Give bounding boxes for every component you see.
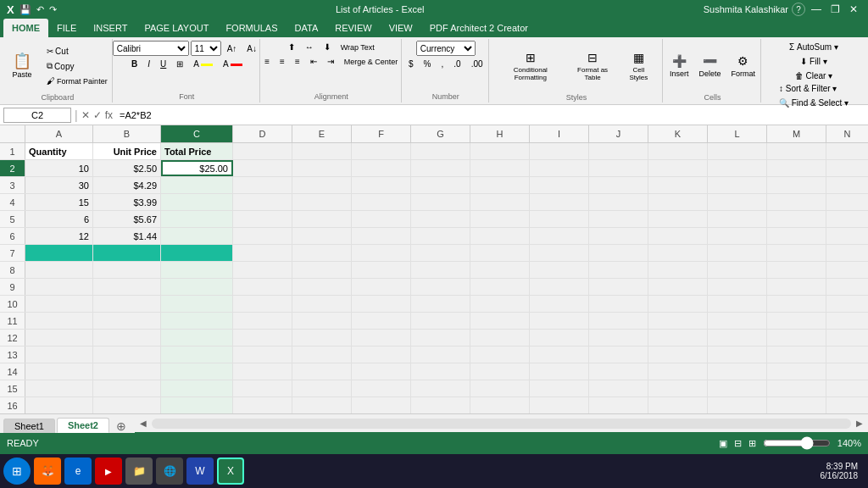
cell-f5[interactable]: [352, 211, 411, 227]
col-header-m[interactable]: M: [767, 125, 826, 142]
cell-i4[interactable]: [530, 194, 589, 210]
cell-l1[interactable]: [708, 143, 767, 159]
percent-button[interactable]: %: [420, 58, 436, 70]
row-num-15[interactable]: 15: [0, 380, 25, 396]
cell-j5[interactable]: [589, 211, 648, 227]
cell-j7[interactable]: [589, 245, 648, 261]
border-button[interactable]: ⊞: [172, 58, 187, 70]
autosum-button[interactable]: Σ AutoSum ▾: [785, 41, 843, 53]
view-page-break-icon[interactable]: ⊞: [748, 438, 756, 449]
align-center-button[interactable]: ≡: [275, 55, 289, 68]
sort-filter-button[interactable]: ↕ Sort & Filter ▾: [775, 82, 853, 95]
col-header-b[interactable]: B: [93, 125, 161, 142]
tab-data[interactable]: DATA: [287, 19, 327, 37]
cell-k2[interactable]: [648, 160, 708, 176]
font-size-select[interactable]: 11: [191, 41, 221, 56]
horizontal-scrollbar[interactable]: [152, 419, 851, 429]
cell-k6[interactable]: [648, 228, 708, 244]
formula-input[interactable]: [116, 110, 865, 120]
row-num-2[interactable]: 2: [0, 160, 25, 176]
cell-m7[interactable]: [767, 245, 826, 261]
cell-e2[interactable]: [292, 160, 352, 176]
tab-formulas[interactable]: FORMULAS: [217, 19, 286, 37]
taskbar-app5[interactable]: 🌐: [156, 458, 183, 485]
cell-c3[interactable]: [161, 177, 233, 193]
row-num-6[interactable]: 6: [0, 228, 25, 244]
cell-m1[interactable]: [767, 143, 826, 159]
cell-l6[interactable]: [708, 228, 767, 244]
close-button[interactable]: ✕: [846, 2, 861, 17]
cell-m6[interactable]: [767, 228, 826, 244]
cell-n5[interactable]: [826, 211, 868, 227]
cell-a5[interactable]: 6: [25, 211, 93, 227]
comma-button[interactable]: ,: [437, 58, 448, 70]
cell-n2[interactable]: [826, 160, 868, 176]
format-button[interactable]: ⚙ Format: [727, 41, 760, 92]
cell-a4[interactable]: 15: [25, 194, 93, 210]
cell-d3[interactable]: [233, 177, 292, 193]
cell-i5[interactable]: [530, 211, 589, 227]
cell-f6[interactable]: [352, 228, 411, 244]
tab-insert[interactable]: INSERT: [85, 19, 136, 37]
decrease-indent-button[interactable]: ⇤: [306, 55, 321, 68]
cell-c6[interactable]: [161, 228, 233, 244]
cell-m5[interactable]: [767, 211, 826, 227]
zoom-slider[interactable]: [763, 436, 831, 450]
fill-button[interactable]: ⬇ Fill ▾: [796, 55, 831, 68]
cell-n3[interactable]: [826, 177, 868, 193]
format-painter-button[interactable]: 🖌 Format Painter: [42, 75, 112, 87]
font-color-button[interactable]: A: [219, 58, 247, 70]
cell-h5[interactable]: [470, 211, 530, 227]
conditional-formatting-button[interactable]: ⊞ Conditional Formatting: [496, 41, 565, 92]
cell-d6[interactable]: [233, 228, 292, 244]
row-num-16[interactable]: 16: [0, 397, 25, 413]
increase-font-button[interactable]: A↑: [223, 42, 242, 55]
cell-d2[interactable]: [233, 160, 292, 176]
cell-f3[interactable]: [352, 177, 411, 193]
cell-j4[interactable]: [589, 194, 648, 210]
cell-d5[interactable]: [233, 211, 292, 227]
cell-h3[interactable]: [470, 177, 530, 193]
taskbar-word[interactable]: W: [186, 458, 214, 485]
col-header-k[interactable]: K: [648, 125, 708, 142]
add-sheet-button[interactable]: ⊕: [111, 419, 131, 433]
view-normal-icon[interactable]: ▣: [719, 438, 727, 449]
cell-e5[interactable]: [292, 211, 352, 227]
cell-f2[interactable]: [352, 160, 411, 176]
cell-k1[interactable]: [648, 143, 708, 159]
font-name-select[interactable]: Calibri: [113, 41, 189, 56]
undo-icon[interactable]: ↶: [36, 4, 44, 15]
paste-button[interactable]: 📋 Paste: [3, 41, 41, 92]
insert-function-icon[interactable]: fx: [105, 109, 113, 121]
cell-k5[interactable]: [648, 211, 708, 227]
confirm-formula-icon[interactable]: ✓: [93, 109, 102, 121]
cell-l2[interactable]: [708, 160, 767, 176]
row-num-1[interactable]: 1: [0, 143, 25, 159]
taskbar-excel[interactable]: X: [217, 458, 244, 485]
currency-button[interactable]: $: [404, 58, 418, 70]
row-num-3[interactable]: 3: [0, 177, 25, 193]
redo-icon[interactable]: ↷: [49, 4, 57, 15]
cell-e3[interactable]: [292, 177, 352, 193]
tab-view[interactable]: VIEW: [381, 19, 421, 37]
maximize-button[interactable]: ❐: [827, 2, 843, 17]
find-select-button[interactable]: 🔍 Find & Select ▾: [775, 97, 853, 109]
taskbar-firefox[interactable]: 🦊: [34, 458, 61, 485]
taskbar-ie[interactable]: e: [64, 458, 92, 485]
row-num-10[interactable]: 10: [0, 296, 25, 312]
cell-g6[interactable]: [411, 228, 470, 244]
cell-e6[interactable]: [292, 228, 352, 244]
cell-k7[interactable]: [648, 245, 708, 261]
bold-button[interactable]: B: [127, 58, 142, 70]
sheet-tab-sheet2[interactable]: Sheet2: [57, 418, 109, 433]
cell-h7[interactable]: [470, 245, 530, 261]
increase-indent-button[interactable]: ⇥: [323, 55, 338, 68]
cell-c8[interactable]: [161, 262, 233, 278]
col-header-n[interactable]: N: [826, 125, 868, 142]
scroll-left-button[interactable]: ◀: [138, 419, 148, 428]
cell-h6[interactable]: [470, 228, 530, 244]
clear-button[interactable]: 🗑 Clear ▾: [791, 69, 837, 82]
cell-h4[interactable]: [470, 194, 530, 210]
cell-n6[interactable]: [826, 228, 868, 244]
format-as-table-button[interactable]: ⊟ Format as Table: [567, 41, 619, 92]
